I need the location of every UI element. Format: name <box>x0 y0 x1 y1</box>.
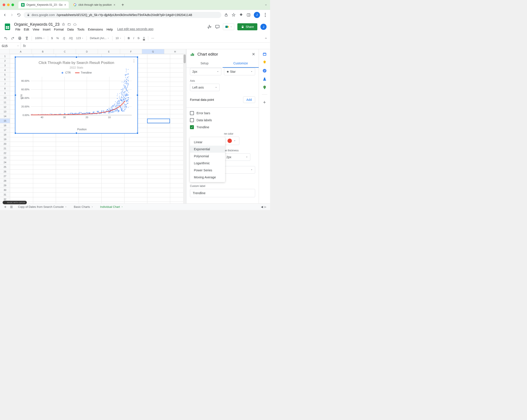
row-header[interactable]: 5 <box>0 73 10 77</box>
row-header[interactable]: 29 <box>0 183 10 188</box>
row-header[interactable]: 30 <box>0 188 10 192</box>
row-header[interactable]: 28 <box>0 179 10 183</box>
meet-button[interactable] <box>223 23 234 30</box>
cloud-status-icon[interactable] <box>73 23 77 26</box>
maximize-window-icon[interactable] <box>11 3 14 6</box>
row-header[interactable]: 20 <box>0 142 10 146</box>
add-side-panel-icon[interactable]: + <box>263 99 266 105</box>
print-button[interactable] <box>17 36 23 41</box>
sheet-tab[interactable]: Copy of Dates from Search Console <box>16 204 69 209</box>
zoom-select[interactable]: 100% <box>33 36 46 41</box>
browser-tab-inactive[interactable]: click through rate by position × <box>70 1 118 8</box>
menu-view[interactable]: View <box>31 27 41 32</box>
column-header[interactable]: F <box>120 49 142 54</box>
resize-handle[interactable] <box>76 56 77 58</box>
redo-button[interactable] <box>10 36 16 41</box>
resize-handle[interactable] <box>14 132 16 134</box>
percent-button[interactable]: % <box>55 36 60 41</box>
row-header[interactable]: 12 <box>0 105 10 109</box>
browser-tab-active[interactable]: Organic_Keywords 01_23 - Go × <box>18 1 69 8</box>
sheets-logo-icon[interactable] <box>3 23 11 31</box>
bold-button[interactable]: B <box>126 36 131 41</box>
prev-sheet-icon[interactable]: ◀ <box>261 205 263 209</box>
row-header[interactable]: 14 <box>0 114 10 119</box>
tab-overflow-icon[interactable] <box>264 3 267 6</box>
close-panel-icon[interactable]: ✕ <box>252 52 255 57</box>
more-toolbar-icon[interactable]: ⋯ <box>150 36 155 41</box>
row-header[interactable]: 2 <box>0 59 10 63</box>
paint-format-button[interactable] <box>24 36 30 41</box>
row-header[interactable]: 26 <box>0 169 10 174</box>
decrease-decimal-button[interactable]: .0̲ <box>61 36 66 41</box>
row-header[interactable]: 7 <box>0 82 10 86</box>
collapse-toolbar-icon[interactable] <box>264 37 267 40</box>
row-header[interactable]: 23 <box>0 155 10 160</box>
resize-handle[interactable] <box>14 56 16 58</box>
sheet-tab[interactable]: Basic Charts <box>72 204 95 209</box>
menu-edit[interactable]: Edit <box>23 27 31 32</box>
row-header[interactable]: 15 <box>0 119 10 123</box>
row-header[interactable]: 9 <box>0 91 10 96</box>
strike-button[interactable]: S <box>136 36 141 41</box>
last-edit-link[interactable]: Last edit was seconds ago <box>117 27 154 32</box>
line-thickness-select[interactable]: 2px <box>224 153 250 161</box>
reload-button[interactable] <box>17 13 21 17</box>
point-shape-select[interactable]: ★ Star <box>224 68 255 75</box>
back-button[interactable] <box>3 13 7 17</box>
calendar-icon[interactable] <box>263 52 267 56</box>
resize-handle[interactable] <box>137 94 138 96</box>
tasks-icon[interactable] <box>263 68 267 73</box>
menu-extensions[interactable]: Extensions <box>87 27 104 32</box>
row-header[interactable]: 13 <box>0 109 10 114</box>
menu-data[interactable]: Data <box>66 27 75 32</box>
row-header[interactable]: 17 <box>0 128 10 133</box>
menu-file[interactable]: File <box>14 27 22 32</box>
increase-decimal-button[interactable]: .00̲ <box>67 36 74 41</box>
maps-icon[interactable] <box>263 85 267 90</box>
custom-label-input[interactable] <box>190 189 255 197</box>
row-header[interactable]: 6 <box>0 77 10 82</box>
row-header[interactable]: 18 <box>0 133 10 137</box>
chart-menu-icon[interactable]: ⋮ <box>132 59 136 63</box>
italic-button[interactable]: I <box>132 36 135 41</box>
url-field[interactable]: docs.google.com/spreadsheets/d/1S2Q_yb_S… <box>24 12 221 18</box>
new-tab-button[interactable]: + <box>120 2 126 8</box>
share-button[interactable]: Share <box>237 23 257 30</box>
add-data-point-button[interactable]: Add <box>243 96 255 103</box>
select-all-corner[interactable] <box>0 49 10 54</box>
row-header[interactable]: 22 <box>0 151 10 155</box>
side-panel-icon[interactable] <box>246 13 251 17</box>
row-header[interactable]: 27 <box>0 174 10 179</box>
row-header[interactable]: 21 <box>0 146 10 151</box>
embedded-chart[interactable]: ⋮ Click Through Rate by Search Result Po… <box>15 57 138 133</box>
keep-icon[interactable] <box>263 60 267 65</box>
move-icon[interactable] <box>67 23 71 26</box>
menu-tools[interactable]: Tools <box>76 27 86 32</box>
column-header[interactable]: C <box>54 49 76 54</box>
tab-close-icon[interactable]: × <box>113 3 115 7</box>
spreadsheet-grid[interactable]: ABCDEFGH 1234567891011121314151617181920… <box>0 49 186 210</box>
resize-handle[interactable] <box>76 132 77 134</box>
name-box[interactable]: G15 <box>0 43 21 49</box>
row-header[interactable]: 3 <box>0 63 10 68</box>
column-header[interactable]: D <box>76 49 98 54</box>
currency-button[interactable]: $ <box>50 36 54 41</box>
setup-tab[interactable]: Setup <box>187 59 223 68</box>
row-header[interactable]: 10 <box>0 96 10 100</box>
bookmark-icon[interactable] <box>231 13 236 17</box>
comments-icon[interactable] <box>215 24 220 29</box>
add-sheet-icon[interactable] <box>3 205 7 209</box>
extensions-icon[interactable] <box>239 13 243 17</box>
resize-handle[interactable] <box>14 94 16 96</box>
line-color-select[interactable] <box>224 137 239 145</box>
trendline-checkbox[interactable]: ✓Trendline <box>190 125 255 129</box>
menu-insert[interactable]: Insert <box>42 27 52 32</box>
error-bars-checkbox[interactable]: Error bars <box>190 111 255 115</box>
row-header[interactable]: 25 <box>0 165 10 169</box>
font-select[interactable]: Default (Ari... <box>88 36 110 41</box>
close-window-icon[interactable] <box>3 3 5 6</box>
menu-help[interactable]: Help <box>105 27 114 32</box>
text-color-button[interactable]: A <box>142 35 146 41</box>
browser-menu-icon[interactable] <box>263 13 267 17</box>
tab-close-icon[interactable]: × <box>64 3 66 7</box>
